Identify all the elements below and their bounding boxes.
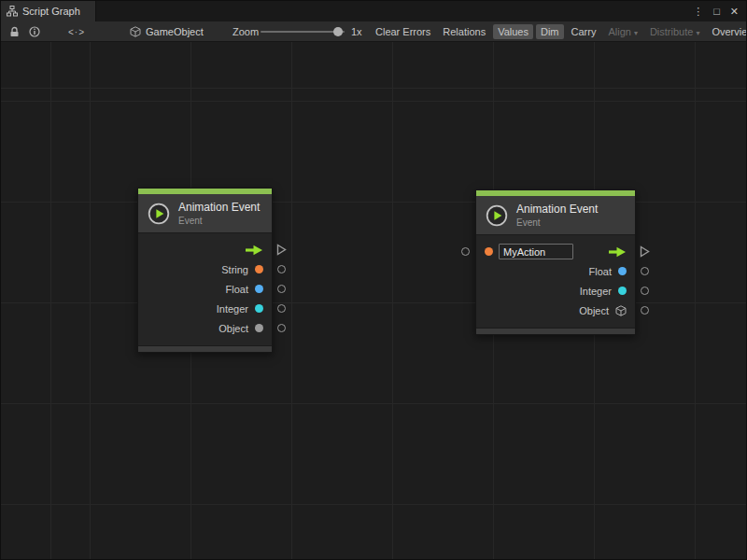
- port-label: Float: [589, 266, 612, 277]
- window-menu-button[interactable]: ⋮: [693, 7, 703, 17]
- flow-output-port[interactable]: [640, 245, 650, 258]
- string-output-port[interactable]: [277, 265, 286, 273]
- node-header: Animation Event Event: [476, 196, 635, 235]
- event-icon: [486, 204, 508, 227]
- node-titles: Animation Event Event: [178, 201, 260, 226]
- port-row-object: Object: [476, 301, 635, 320]
- node-subtitle: Event: [516, 217, 598, 228]
- values-button[interactable]: Values: [493, 24, 533, 39]
- object-output-port[interactable]: [277, 324, 286, 332]
- node-title: Animation Event: [516, 203, 598, 216]
- flow-arrow-icon[interactable]: [608, 246, 627, 258]
- node-subtitle: Event: [178, 216, 260, 226]
- window-controls: ⋮ □ ✕: [693, 1, 746, 21]
- object-output-port[interactable]: [641, 306, 649, 315]
- node-titles: Animation Event Event: [516, 203, 598, 228]
- integer-port-dot[interactable]: [255, 304, 263, 313]
- graph-target-label: GameObject: [146, 26, 204, 37]
- zoom-slider[interactable]: [261, 21, 345, 42]
- integer-output-port[interactable]: [277, 304, 286, 313]
- node-animation-event-1[interactable]: Animation Event Event String Float: [137, 188, 273, 353]
- float-output-port[interactable]: [277, 285, 286, 293]
- zoom-slider-handle[interactable]: [333, 27, 343, 36]
- integer-port-dot[interactable]: [618, 287, 627, 295]
- align-button[interactable]: Align▾: [603, 24, 641, 39]
- node-footer: [476, 328, 635, 334]
- event-name-input[interactable]: [499, 244, 573, 259]
- object-cube-icon[interactable]: [615, 305, 627, 316]
- port-label: Object: [218, 323, 248, 334]
- info-icon[interactable]: [26, 21, 43, 42]
- node-animation-event-2[interactable]: Animation Event Event Float: [475, 189, 636, 335]
- port-row-float: Float: [476, 261, 635, 281]
- zoom-label: Zoom: [233, 21, 259, 42]
- port-row-object: Object: [138, 318, 272, 338]
- distribute-button-label: Distribute: [650, 26, 693, 37]
- float-port-dot[interactable]: [618, 267, 627, 275]
- zoom-value: 1x: [351, 21, 362, 42]
- code-icon[interactable]: <·>: [68, 21, 85, 42]
- close-button[interactable]: ✕: [730, 7, 739, 17]
- float-output-port[interactable]: [641, 267, 649, 275]
- tab-script-graph[interactable]: Script Graph: [1, 1, 96, 21]
- toolbar-buttons: Clear Errors Relations Values Dim Carry …: [371, 21, 746, 42]
- maximize-button[interactable]: □: [713, 7, 720, 17]
- align-button-label: Align: [608, 26, 630, 37]
- clear-errors-button[interactable]: Clear Errors: [371, 24, 435, 39]
- gameobject-icon: [130, 26, 141, 37]
- string-port-dot[interactable]: [255, 265, 263, 273]
- float-port-dot[interactable]: [255, 285, 263, 293]
- graph-icon: [7, 6, 18, 17]
- name-input-port[interactable]: [461, 247, 470, 256]
- dim-button[interactable]: Dim: [536, 24, 564, 39]
- flow-output-port[interactable]: [276, 244, 287, 256]
- object-port-dot[interactable]: [255, 324, 263, 332]
- carry-button[interactable]: Carry: [567, 24, 601, 39]
- zoom-slider-track[interactable]: [261, 31, 345, 33]
- graph-toolbar: <·> GameObject Zoom 1x Clear Errors Rela…: [1, 21, 746, 42]
- port-label: Integer: [217, 303, 248, 315]
- integer-output-port[interactable]: [641, 287, 649, 295]
- port-row-integer: Integer: [476, 281, 635, 301]
- port-row-string: String: [138, 259, 272, 279]
- relations-button[interactable]: Relations: [438, 24, 490, 39]
- graph-canvas[interactable]: Animation Event Event String Float: [1, 42, 746, 559]
- lock-icon[interactable]: [6, 21, 22, 42]
- tab-title: Script Graph: [22, 6, 80, 17]
- port-label: Float: [226, 284, 248, 295]
- name-input-port-dot[interactable]: [485, 247, 493, 256]
- distribute-button[interactable]: Distribute▾: [645, 24, 704, 39]
- port-row-float: Float: [138, 279, 272, 299]
- port-label: String: [221, 264, 248, 275]
- port-label: Integer: [580, 286, 612, 297]
- event-icon: [148, 203, 170, 225]
- chevron-down-icon: ▾: [634, 29, 638, 37]
- node-body: String Float Integer Object: [138, 233, 272, 345]
- chevron-down-icon: ▾: [696, 29, 699, 37]
- node-header: Animation Event Event: [138, 194, 272, 233]
- overview-button[interactable]: Overview: [707, 24, 746, 39]
- port-label: Object: [579, 305, 609, 316]
- graph-target[interactable]: GameObject: [130, 21, 204, 42]
- node-footer: [138, 345, 272, 352]
- flow-arrow-icon[interactable]: [245, 245, 263, 256]
- port-row-integer: Integer: [138, 299, 272, 318]
- node-body: Float Integer Object: [476, 235, 635, 328]
- titlebar: Script Graph ⋮ □ ✕: [1, 1, 746, 21]
- node-title: Animation Event: [178, 201, 260, 214]
- port-row-name: [476, 242, 635, 261]
- port-row-flow: [138, 240, 272, 259]
- script-graph-window: Script Graph ⋮ □ ✕ <·>: [0, 0, 747, 560]
